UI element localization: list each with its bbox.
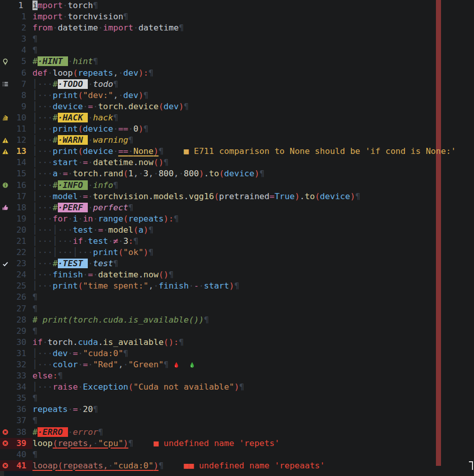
- code-line[interactable]: 16│···#·INFO ·info¶: [0, 180, 474, 191]
- gutter[interactable]: 28: [0, 314, 32, 326]
- code-line[interactable]: 24│···finish·=·datetime.now()¶: [0, 269, 474, 280]
- line-number[interactable]: 30: [13, 337, 32, 348]
- code-line[interactable]: 34│···raise·Exception("Cuda not availabl…: [0, 382, 474, 393]
- line-number[interactable]: 13: [13, 146, 32, 157]
- gutter[interactable]: 1: [0, 11, 32, 22]
- gutter[interactable]: 16: [0, 180, 32, 191]
- line-number[interactable]: 1: [13, 11, 32, 22]
- line-number[interactable]: 40: [13, 449, 32, 460]
- code-line[interactable]: 23│···#·TEST ·test¶: [0, 258, 474, 269]
- gutter[interactable]: 1: [0, 0, 32, 11]
- line-number[interactable]: 22: [13, 247, 32, 258]
- line-number[interactable]: 36: [13, 404, 32, 415]
- line-number[interactable]: 16: [13, 180, 32, 191]
- line-number[interactable]: 38: [13, 427, 32, 438]
- line-number[interactable]: 14: [13, 157, 32, 168]
- line-number[interactable]: 34: [13, 382, 32, 393]
- line-number[interactable]: 1: [13, 0, 32, 11]
- code-line[interactable]: 3¶: [0, 34, 474, 45]
- code-line[interactable]: 25│···print("time spent:",·finish·-·star…: [0, 280, 474, 292]
- gutter[interactable]: 40: [0, 449, 32, 460]
- gutter[interactable]: 19: [0, 213, 32, 225]
- code-line[interactable]: 13│···print(device·==·None)¶ ■ E711 comp…: [0, 146, 474, 157]
- code-line[interactable]: 19│···for·i·in·range(repeats):¶: [0, 213, 474, 225]
- gutter[interactable]: 37: [0, 415, 32, 426]
- gutter[interactable]: 15: [0, 168, 32, 179]
- code-line[interactable]: 5#·HINT ·hint¶: [0, 56, 474, 67]
- code-line[interactable]: 32│···color·=·"Red",·"Green"¶: [0, 359, 474, 370]
- gutter[interactable]: 27: [0, 303, 32, 314]
- code-line[interactable]: 1import·torch¶: [0, 0, 474, 11]
- gutter[interactable]: 6: [0, 68, 32, 79]
- gutter[interactable]: 29: [0, 326, 32, 337]
- gutter[interactable]: 14: [0, 157, 32, 168]
- line-number[interactable]: 28: [13, 314, 32, 326]
- line-number[interactable]: 6: [13, 68, 32, 79]
- code-line[interactable]: 27¶: [0, 303, 474, 314]
- line-number[interactable]: 19: [13, 213, 32, 225]
- line-number[interactable]: 12: [13, 135, 32, 146]
- gutter[interactable]: 12: [0, 135, 32, 146]
- gutter[interactable]: 10: [0, 112, 32, 123]
- gutter[interactable]: 22: [0, 247, 32, 258]
- code-line[interactable]: 41looap(repeaats,·"cuda:0")¶ ■■ undefine…: [0, 460, 474, 471]
- code-area[interactable]: 1import·torch¶1import·torchvision¶2from·…: [0, 0, 474, 471]
- line-number[interactable]: 5: [13, 56, 32, 67]
- gutter[interactable]: 38: [0, 427, 32, 438]
- line-number[interactable]: 7: [13, 79, 32, 90]
- gutter[interactable]: 30: [0, 337, 32, 348]
- line-number[interactable]: 4: [13, 45, 32, 56]
- gutter[interactable]: 11: [0, 123, 32, 135]
- line-number[interactable]: 3: [13, 34, 32, 45]
- line-number[interactable]: 37: [13, 415, 32, 426]
- gutter[interactable]: 8: [0, 90, 32, 101]
- line-number[interactable]: 17: [13, 191, 32, 202]
- gutter[interactable]: 13: [0, 146, 32, 157]
- code-line[interactable]: 35¶: [0, 393, 474, 404]
- gutter[interactable]: 17: [0, 191, 32, 202]
- code-line[interactable]: 11│···print(device·==·0)¶: [0, 123, 474, 135]
- gutter[interactable]: 34: [0, 382, 32, 393]
- line-number[interactable]: 9: [13, 101, 32, 112]
- code-line[interactable]: 29¶: [0, 326, 474, 337]
- code-line[interactable]: 17│···model·=·torchvision.models.vgg16(p…: [0, 191, 474, 202]
- line-number[interactable]: 26: [13, 292, 32, 303]
- code-line[interactable]: 40¶: [0, 449, 474, 460]
- gutter[interactable]: 41: [0, 460, 32, 471]
- code-line[interactable]: 33else:¶: [0, 370, 474, 382]
- line-number[interactable]: 41: [13, 460, 32, 471]
- code-line[interactable]: 14│···start·=·datetime.now()¶: [0, 157, 474, 168]
- code-line[interactable]: 28# print(torch.cuda.is_available())¶: [0, 314, 474, 326]
- line-number[interactable]: 31: [13, 348, 32, 359]
- code-line[interactable]: 18│···#·PERF ·perfect¶: [0, 202, 474, 213]
- gutter[interactable]: 26: [0, 292, 32, 303]
- line-number[interactable]: 8: [13, 90, 32, 101]
- line-number[interactable]: 20: [13, 225, 32, 236]
- gutter[interactable]: 4: [0, 45, 32, 56]
- code-line[interactable]: 26¶: [0, 292, 474, 303]
- code-line[interactable]: 1import·torchvision¶: [0, 11, 474, 22]
- code-line[interactable]: 30if·torch.cuda.is_available():¶: [0, 337, 474, 348]
- line-number[interactable]: 18: [13, 202, 32, 213]
- line-number[interactable]: 32: [13, 359, 32, 370]
- code-line[interactable]: 37¶: [0, 415, 474, 426]
- code-line[interactable]: 2from·datetime·import·datetime¶: [0, 22, 474, 34]
- code-line[interactable]: 9│···device·=·torch.device(dev)¶: [0, 101, 474, 112]
- code-line[interactable]: 38#·ERRO ·error¶: [0, 427, 474, 438]
- gutter[interactable]: 23: [0, 258, 32, 269]
- gutter[interactable]: 25: [0, 280, 32, 292]
- line-number[interactable]: 2: [13, 22, 32, 34]
- line-number[interactable]: 21: [13, 236, 32, 247]
- code-line[interactable]: 31│···dev·=·"cuda:0"¶: [0, 348, 474, 359]
- code-line[interactable]: 7│···#·TODO ·todo¶: [0, 79, 474, 90]
- line-number[interactable]: 27: [13, 303, 32, 314]
- gutter[interactable]: 32: [0, 359, 32, 370]
- line-number[interactable]: 24: [13, 269, 32, 280]
- line-number[interactable]: 33: [13, 370, 32, 382]
- line-number[interactable]: 29: [13, 326, 32, 337]
- code-line[interactable]: 10│···#·HACK ·hack¶: [0, 112, 474, 123]
- gutter[interactable]: 5: [0, 56, 32, 67]
- gutter[interactable]: 21: [0, 236, 32, 247]
- code-line[interactable]: 22│···│···│···print("ok")¶: [0, 247, 474, 258]
- line-number[interactable]: 23: [13, 258, 32, 269]
